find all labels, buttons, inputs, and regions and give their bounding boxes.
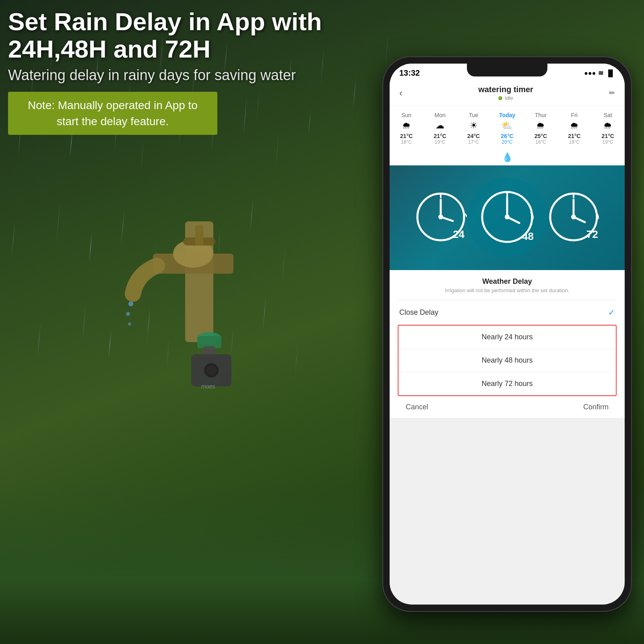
temp-low-tue: 17°C bbox=[459, 139, 488, 145]
clock-24-number: 24 bbox=[453, 228, 464, 241]
temp-high-fri: 21°C bbox=[560, 133, 588, 139]
weather-icon-sat: 🌧 bbox=[594, 120, 622, 131]
svg-point-7 bbox=[128, 322, 131, 326]
faucet-svg: moes bbox=[113, 141, 314, 423]
delay-option-72[interactable]: Nearly 72 hours bbox=[398, 372, 616, 395]
note-box: Note: Manually operated in App to start … bbox=[8, 92, 217, 134]
clock-option-72[interactable]: 72 bbox=[547, 191, 600, 245]
back-button[interactable]: ‹ bbox=[399, 87, 402, 99]
day-name-tue: Tue bbox=[459, 112, 488, 118]
water-drop-row: 💧 bbox=[390, 150, 625, 165]
top-text-area: Set Rain Delay in App with 24H,48H and 7… bbox=[8, 8, 378, 135]
temp-low-thur: 18°C bbox=[526, 139, 555, 145]
temp-high-sun: 21°C bbox=[392, 133, 421, 139]
water-drop-icon: 💧 bbox=[502, 152, 513, 163]
weather-icon-today: ⛅ bbox=[493, 120, 521, 131]
day-name-today: Today bbox=[493, 112, 521, 118]
phone-screen: 13:32 ●●● ≋ ▐▌ ‹ watering timer Idle ✏ bbox=[390, 64, 625, 605]
clock-48-number: 48 bbox=[522, 230, 534, 243]
temp-high-mon: 21°C bbox=[425, 133, 454, 139]
weather-bar: Sun 🌧 21°C 18°C Mon ☁ 21°C 19°C Tue ☀ bbox=[390, 105, 625, 150]
weather-day-mon: Mon ☁ 21°C 19°C bbox=[423, 110, 456, 147]
day-name-fri: Fri bbox=[560, 112, 588, 118]
weather-day-today: Today ⛅ 26°C 20°C bbox=[490, 110, 524, 147]
delay-option-24[interactable]: Nearly 24 hours bbox=[398, 326, 616, 349]
day-name-thur: Thur bbox=[526, 112, 555, 118]
temp-high-today: 26°C bbox=[493, 133, 521, 139]
svg-point-6 bbox=[126, 312, 130, 316]
check-icon: ✓ bbox=[608, 308, 615, 317]
idle-label: Idle bbox=[505, 95, 513, 101]
note-text: Note: Manually operated in App to start … bbox=[16, 97, 209, 129]
signal-icon: ●●● bbox=[584, 70, 596, 77]
weather-day-fri: Fri 🌧 21°C 19°C bbox=[557, 110, 591, 147]
weather-icon-thur: 🌧 bbox=[526, 120, 555, 131]
weather-day-thur: Thur 🌧 25°C 18°C bbox=[524, 110, 557, 147]
day-name-sat: Sat bbox=[594, 112, 622, 118]
delay-option-48[interactable]: Nearly 48 hours bbox=[398, 349, 616, 372]
cancel-button[interactable]: Cancel bbox=[406, 403, 428, 411]
phone-notch bbox=[467, 64, 547, 76]
clock-svg-24: 24 bbox=[415, 191, 467, 245]
clock-option-24[interactable]: 24 bbox=[415, 191, 467, 245]
day-name-mon: Mon bbox=[425, 112, 454, 118]
temp-low-mon: 19°C bbox=[425, 139, 454, 145]
svg-line-24 bbox=[507, 217, 519, 223]
weather-icon-mon: ☁ bbox=[425, 120, 454, 131]
weather-delay-title: Weather Delay bbox=[390, 270, 625, 287]
weather-day-sun: Sun 🌧 21°C 18°C bbox=[390, 110, 423, 147]
battery-icon: ▐▌ bbox=[606, 70, 615, 77]
delay-visual-area: 24 48 bbox=[390, 165, 625, 270]
close-delay-label: Close Delay bbox=[399, 308, 438, 317]
app-header: ‹ watering timer Idle ✏ bbox=[390, 81, 625, 105]
temp-high-thur: 25°C bbox=[526, 133, 555, 139]
weather-day-sat: Sat 🌧 21°C 19°C bbox=[591, 110, 625, 147]
weather-icon-tue: ☀ bbox=[459, 120, 488, 131]
idle-dot bbox=[498, 96, 502, 100]
clock-svg-72: 72 bbox=[547, 191, 600, 245]
svg-point-14 bbox=[206, 365, 216, 375]
svg-text:moes: moes bbox=[201, 383, 215, 390]
svg-line-19 bbox=[441, 217, 453, 221]
temp-high-sat: 21°C bbox=[594, 133, 622, 139]
temp-low-sun: 18°C bbox=[392, 139, 421, 145]
svg-point-5 bbox=[128, 301, 133, 306]
weather-day-tue: Tue ☀ 24°C 17°C bbox=[457, 110, 490, 147]
weather-icon-sun: 🌧 bbox=[392, 120, 421, 131]
day-name-sun: Sun bbox=[392, 112, 421, 118]
wifi-icon: ≋ bbox=[598, 69, 603, 77]
app-title-block: watering timer Idle bbox=[402, 85, 609, 101]
white-panel: Weather Delay Irrigation will not be per… bbox=[390, 270, 625, 418]
svg-rect-4 bbox=[195, 225, 203, 246]
phone-outer: 13:32 ●●● ≋ ▐▌ ‹ watering timer Idle ✏ bbox=[382, 56, 632, 612]
weather-icon-fri: 🌧 bbox=[560, 120, 588, 131]
delay-options-list: Nearly 24 hours Nearly 48 hours Nearly 7… bbox=[398, 325, 617, 396]
edit-button[interactable]: ✏ bbox=[609, 89, 615, 97]
sub-title: Watering delay in rainy days for saving … bbox=[8, 67, 378, 84]
weather-days: Sun 🌧 21°C 18°C Mon ☁ 21°C 19°C Tue ☀ bbox=[390, 110, 625, 147]
clock-option-48[interactable]: 48 bbox=[479, 189, 535, 247]
status-icons: ●●● ≋ ▐▌ bbox=[584, 69, 615, 77]
phone-mockup: 13:32 ●●● ≋ ▐▌ ‹ watering timer Idle ✏ bbox=[382, 56, 632, 612]
clock-72-number: 72 bbox=[586, 228, 598, 241]
temp-low-today: 20°C bbox=[493, 139, 521, 145]
app-title: watering timer bbox=[402, 85, 609, 94]
svg-line-29 bbox=[574, 217, 585, 222]
faucet-area: moes bbox=[113, 141, 282, 382]
temp-high-tue: 24°C bbox=[459, 133, 488, 139]
main-title: Set Rain Delay in App with 24H,48H and 7… bbox=[8, 8, 378, 63]
status-time: 13:32 bbox=[399, 68, 420, 78]
confirm-button[interactable]: Confirm bbox=[583, 403, 609, 411]
temp-low-fri: 19°C bbox=[560, 139, 588, 145]
close-delay-row[interactable]: Close Delay ✓ bbox=[390, 300, 625, 325]
bottom-buttons: Cancel Confirm bbox=[390, 396, 625, 418]
app-status: Idle bbox=[402, 95, 609, 101]
weather-delay-subtitle: Irrigation will not be performed within … bbox=[390, 287, 625, 300]
temp-low-sat: 19°C bbox=[594, 139, 622, 145]
clock-svg-48: 48 bbox=[479, 189, 535, 247]
